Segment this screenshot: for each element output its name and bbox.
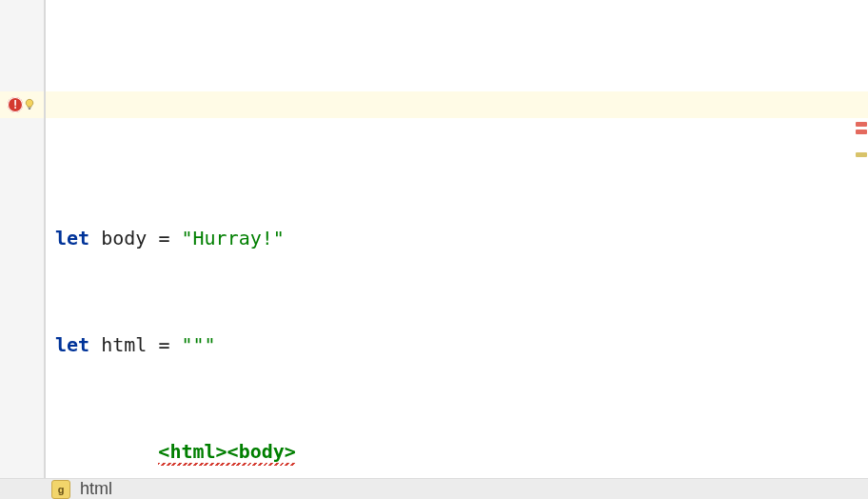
svg-rect-0: [29, 108, 31, 109]
editor-area: ! let body = "Hurray!" let html = """: [0, 0, 868, 478]
editor-frame: ! let body = "Hurray!" let html = """: [0, 0, 868, 499]
identifier: body: [89, 225, 158, 251]
gutter-line-icons: !: [0, 91, 44, 118]
error-icon[interactable]: !: [8, 97, 23, 112]
error-icon-glyph: !: [11, 98, 18, 111]
svg-rect-1: [29, 109, 30, 110]
code-line: [55, 107, 868, 145]
gutter[interactable]: !: [0, 0, 46, 478]
code-line: <html><body>: [55, 438, 868, 465]
code-line: let body = "Hurray!": [55, 225, 868, 251]
keyword-let: let: [55, 225, 89, 251]
keyword-let: let: [55, 331, 89, 358]
identifier: html: [89, 331, 158, 358]
breadcrumb-bar[interactable]: g html: [0, 478, 868, 499]
lightbulb-icon-svg: [23, 98, 36, 111]
operator-eq: =: [158, 225, 181, 251]
string-literal: "Hurray!": [181, 225, 284, 251]
string-injected-html: <html><body>: [158, 438, 296, 465]
breadcrumb-glyph-icon: g: [51, 480, 70, 499]
operator-eq: =: [158, 331, 181, 358]
string-literal: """: [181, 331, 215, 358]
breadcrumb-label[interactable]: html: [80, 479, 112, 499]
lightbulb-icon[interactable]: [23, 98, 36, 111]
code-area[interactable]: let body = "Hurray!" let html = """ <htm…: [46, 0, 868, 478]
code-line: let html = """: [55, 331, 868, 358]
